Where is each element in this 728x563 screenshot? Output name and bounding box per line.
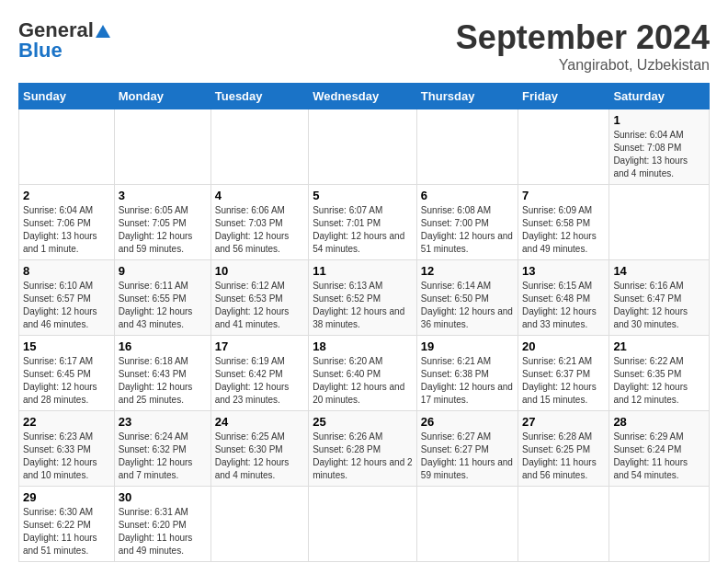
empty-cell — [609, 487, 710, 562]
day-cell-26: 26Sunrise: 6:27 AMSunset: 6:27 PMDayligh… — [416, 411, 518, 487]
page-header: General Blue September 2024 Yangirabot, … — [18, 18, 710, 74]
header-day-friday: Friday — [518, 84, 609, 109]
day-cell-3: 3Sunrise: 6:05 AMSunset: 7:05 PMDaylight… — [114, 185, 210, 260]
calendar-week-2: 2Sunrise: 6:04 AMSunset: 7:06 PMDaylight… — [19, 185, 710, 260]
empty-cell — [210, 487, 308, 562]
day-cell-17: 17Sunrise: 6:19 AMSunset: 6:42 PMDayligh… — [210, 336, 308, 411]
day-cell-29: 29Sunrise: 6:30 AMSunset: 6:22 PMDayligh… — [19, 487, 115, 562]
day-cell-2: 2Sunrise: 6:04 AMSunset: 7:06 PMDaylight… — [19, 185, 115, 260]
day-cell-28: 28Sunrise: 6:29 AMSunset: 6:24 PMDayligh… — [609, 411, 710, 487]
calendar-week-1: 1Sunrise: 6:04 AMSunset: 7:08 PMDaylight… — [19, 109, 710, 185]
day-cell-11: 11Sunrise: 6:13 AMSunset: 6:52 PMDayligh… — [309, 260, 417, 336]
day-cell-4: 4Sunrise: 6:06 AMSunset: 7:03 PMDaylight… — [210, 185, 308, 260]
empty-cell — [609, 185, 710, 260]
day-cell-12: 12Sunrise: 6:14 AMSunset: 6:50 PMDayligh… — [416, 260, 518, 336]
header-day-tuesday: Tuesday — [210, 84, 308, 109]
header-day-saturday: Saturday — [609, 84, 710, 109]
day-cell-7: 7Sunrise: 6:09 AMSunset: 6:58 PMDaylight… — [518, 185, 609, 260]
header-day-monday: Monday — [114, 84, 210, 109]
day-cell-8: 8Sunrise: 6:10 AMSunset: 6:57 PMDaylight… — [19, 260, 115, 336]
calendar-week-6: 29Sunrise: 6:30 AMSunset: 6:22 PMDayligh… — [19, 487, 710, 562]
day-cell-6: 6Sunrise: 6:08 AMSunset: 7:00 PMDaylight… — [416, 185, 518, 260]
day-cell-23: 23Sunrise: 6:24 AMSunset: 6:32 PMDayligh… — [114, 411, 210, 487]
header-day-thursday: Thursday — [416, 84, 518, 109]
day-cell-24: 24Sunrise: 6:25 AMSunset: 6:30 PMDayligh… — [210, 411, 308, 487]
empty-cell — [210, 109, 308, 185]
day-cell-14: 14Sunrise: 6:16 AMSunset: 6:47 PMDayligh… — [609, 260, 710, 336]
day-cell-5: 5Sunrise: 6:07 AMSunset: 7:01 PMDaylight… — [309, 185, 417, 260]
day-cell-25: 25Sunrise: 6:26 AMSunset: 6:28 PMDayligh… — [309, 411, 417, 487]
empty-cell — [518, 109, 609, 185]
empty-cell — [309, 487, 417, 562]
day-cell-20: 20Sunrise: 6:21 AMSunset: 6:37 PMDayligh… — [518, 336, 609, 411]
empty-cell — [114, 109, 210, 185]
day-cell-9: 9Sunrise: 6:11 AMSunset: 6:55 PMDaylight… — [114, 260, 210, 336]
logo: General Blue — [18, 18, 110, 63]
title-block: September 2024 Yangirabot, Uzbekistan — [456, 18, 710, 74]
header-day-wednesday: Wednesday — [309, 84, 417, 109]
empty-cell — [416, 109, 518, 185]
day-cell-18: 18Sunrise: 6:20 AMSunset: 6:40 PMDayligh… — [309, 336, 417, 411]
calendar-week-5: 22Sunrise: 6:23 AMSunset: 6:33 PMDayligh… — [19, 411, 710, 487]
location-title: Yangirabot, Uzbekistan — [456, 57, 710, 74]
day-cell-16: 16Sunrise: 6:18 AMSunset: 6:43 PMDayligh… — [114, 336, 210, 411]
calendar-table: SundayMondayTuesdayWednesdayThursdayFrid… — [18, 83, 710, 562]
day-cell-19: 19Sunrise: 6:21 AMSunset: 6:38 PMDayligh… — [416, 336, 518, 411]
day-cell-13: 13Sunrise: 6:15 AMSunset: 6:48 PMDayligh… — [518, 260, 609, 336]
empty-cell — [518, 487, 609, 562]
header-day-sunday: Sunday — [19, 84, 115, 109]
month-title: September 2024 — [456, 18, 710, 57]
logo-blue-text: Blue — [18, 39, 63, 63]
day-cell-10: 10Sunrise: 6:12 AMSunset: 6:53 PMDayligh… — [210, 260, 308, 336]
day-cell-1: 1Sunrise: 6:04 AMSunset: 7:08 PMDaylight… — [609, 109, 710, 185]
day-cell-15: 15Sunrise: 6:17 AMSunset: 6:45 PMDayligh… — [19, 336, 115, 411]
day-cell-27: 27Sunrise: 6:28 AMSunset: 6:25 PMDayligh… — [518, 411, 609, 487]
day-cell-22: 22Sunrise: 6:23 AMSunset: 6:33 PMDayligh… — [19, 411, 115, 487]
day-cell-21: 21Sunrise: 6:22 AMSunset: 6:35 PMDayligh… — [609, 336, 710, 411]
calendar-header-row: SundayMondayTuesdayWednesdayThursdayFrid… — [19, 84, 710, 109]
calendar-week-4: 15Sunrise: 6:17 AMSunset: 6:45 PMDayligh… — [19, 336, 710, 411]
day-cell-30: 30Sunrise: 6:31 AMSunset: 6:20 PMDayligh… — [114, 487, 210, 562]
calendar-week-3: 8Sunrise: 6:10 AMSunset: 6:57 PMDaylight… — [19, 260, 710, 336]
empty-cell — [416, 487, 518, 562]
empty-cell — [309, 109, 417, 185]
empty-cell — [19, 109, 115, 185]
